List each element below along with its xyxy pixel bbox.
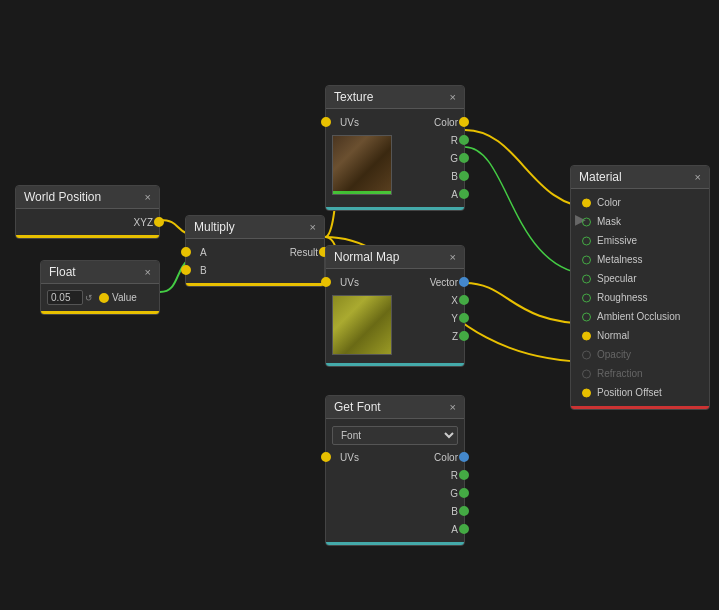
texture-body: UVs Color R G <box>326 109 464 207</box>
world-position-title: World Position <box>24 190 101 204</box>
world-position-close[interactable]: × <box>145 191 151 203</box>
mat-refraction-row: Refraction <box>581 364 709 383</box>
mat-specular-row: Specular <box>581 269 709 288</box>
texture-close[interactable]: × <box>450 91 456 103</box>
float-value-pin[interactable] <box>99 293 109 303</box>
normal-uvs-label: UVs <box>340 277 359 288</box>
texture-r-row: R <box>428 131 464 149</box>
texture-b-pin[interactable] <box>459 171 469 181</box>
multiply-a-input-pin[interactable] <box>181 247 191 257</box>
texture-a-pin[interactable] <box>459 189 469 199</box>
multiply-body: A Result B <box>186 239 324 283</box>
font-select[interactable]: Font <box>332 426 458 445</box>
font-a-pin[interactable] <box>459 524 469 534</box>
mat-position-pin[interactable] <box>582 388 591 397</box>
texture-color-row: Color <box>428 113 464 131</box>
texture-b-label: B <box>451 171 458 182</box>
normal-uvs-row: UVs <box>326 273 398 291</box>
float-close[interactable]: × <box>145 266 151 278</box>
multiply-title: Multiply <box>194 220 235 234</box>
normal-map-node: Normal Map × UVs Vector X <box>325 245 465 367</box>
texture-glow <box>333 191 391 194</box>
normal-uvs-pin[interactable] <box>321 277 331 287</box>
texture-color-pin[interactable] <box>459 117 469 127</box>
multiply-close[interactable]: × <box>310 221 316 233</box>
texture-g-pin[interactable] <box>459 153 469 163</box>
world-position-node: World Position × XYZ <box>15 185 160 239</box>
normal-vector-pin[interactable] <box>459 277 469 287</box>
mat-metalness-label: Metalness <box>597 254 643 265</box>
normal-z-pin[interactable] <box>459 331 469 341</box>
normal-map-close[interactable]: × <box>450 251 456 263</box>
get-font-header: Get Font × <box>326 396 464 419</box>
normal-y-row: Y <box>424 309 464 327</box>
mat-mask-row: Mask <box>581 212 709 231</box>
mat-mask-pin[interactable] <box>582 217 591 226</box>
texture-g-label: G <box>450 153 458 164</box>
mat-specular-label: Specular <box>597 273 636 284</box>
texture-r-label: R <box>451 135 458 146</box>
mat-position-row: Position Offset <box>581 383 709 402</box>
mat-roughness-label: Roughness <box>597 292 648 303</box>
get-font-node: Get Font × Font UVs Color R <box>325 395 465 546</box>
material-close[interactable]: × <box>695 171 701 183</box>
normal-preview <box>332 295 392 355</box>
material-header: Material × <box>571 166 709 189</box>
mat-ao-row: Ambient Occlusion <box>581 307 709 326</box>
mat-emissive-label: Emissive <box>597 235 637 246</box>
font-color-label: Color <box>434 452 458 463</box>
mat-opacity-label: Opacity <box>597 349 631 360</box>
mat-ao-pin[interactable] <box>582 312 591 321</box>
multiply-node: Multiply × A Result B <box>185 215 325 287</box>
float-header: Float × <box>41 261 159 284</box>
normal-map-footer <box>326 363 464 366</box>
font-r-label: R <box>451 470 458 481</box>
font-b-row: B <box>428 502 464 520</box>
font-color-row: Color <box>428 448 464 466</box>
world-position-footer <box>16 235 159 238</box>
mat-normal-row: Normal <box>581 326 709 345</box>
mat-normal-pin[interactable] <box>582 331 591 340</box>
mat-specular-pin[interactable] <box>582 274 591 283</box>
mat-emissive-pin[interactable] <box>582 236 591 245</box>
xyz-pin[interactable] <box>154 217 164 227</box>
font-b-pin[interactable] <box>459 506 469 516</box>
mat-refraction-label: Refraction <box>597 368 643 379</box>
font-color-pin[interactable] <box>459 452 469 462</box>
texture-uvs-label: UVs <box>340 117 359 128</box>
texture-r-pin[interactable] <box>459 135 469 145</box>
material-title: Material <box>579 170 622 184</box>
normal-z-label: Z <box>452 331 458 342</box>
texture-title: Texture <box>334 90 373 104</box>
get-font-close[interactable]: × <box>450 401 456 413</box>
font-uvs-label: UVs <box>340 452 359 463</box>
world-position-body: XYZ <box>16 209 159 235</box>
normal-y-pin[interactable] <box>459 313 469 323</box>
texture-uvs-row: UVs <box>326 113 398 131</box>
font-a-row: A <box>428 520 464 538</box>
normal-x-pin[interactable] <box>459 295 469 305</box>
mat-refraction-pin <box>582 369 591 378</box>
float-body: ↺ Value <box>41 284 159 311</box>
mat-metalness-pin[interactable] <box>582 255 591 264</box>
mat-roughness-pin[interactable] <box>582 293 591 302</box>
normal-vector-label: Vector <box>430 277 458 288</box>
mat-opacity-row: Opacity <box>581 345 709 364</box>
texture-a-label: A <box>451 189 458 200</box>
mat-color-pin[interactable] <box>582 198 591 207</box>
normal-map-body: UVs Vector X Y Z <box>326 269 464 363</box>
font-g-pin[interactable] <box>459 488 469 498</box>
texture-uvs-pin[interactable] <box>321 117 331 127</box>
float-value-input[interactable] <box>47 290 83 305</box>
font-uvs-pin[interactable] <box>321 452 331 462</box>
normal-y-label: Y <box>451 313 458 324</box>
font-r-pin[interactable] <box>459 470 469 480</box>
float-title: Float <box>49 265 76 279</box>
texture-preview <box>332 135 392 195</box>
mat-color-label: Color <box>597 197 621 208</box>
texture-node: Texture × UVs Color R <box>325 85 465 211</box>
font-g-label: G <box>450 488 458 499</box>
texture-b-row: B <box>428 167 464 185</box>
multiply-b-input-pin[interactable] <box>181 265 191 275</box>
get-font-footer <box>326 542 464 545</box>
